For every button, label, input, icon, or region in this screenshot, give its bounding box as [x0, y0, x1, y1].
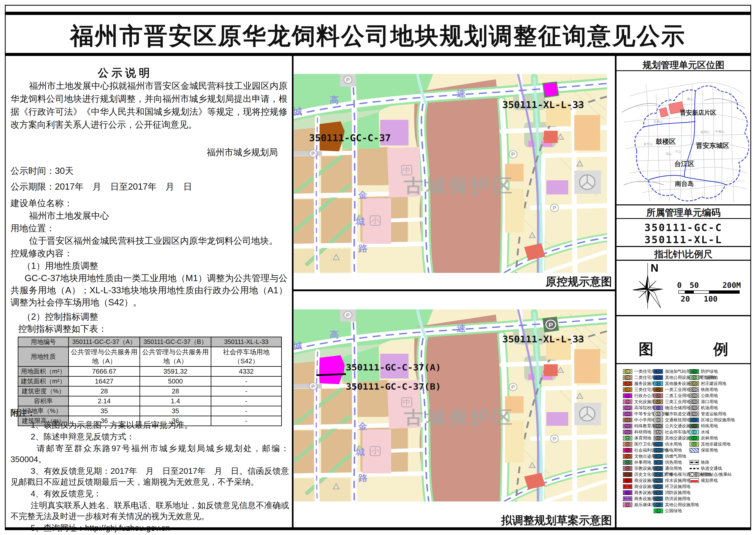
legend-code: U14	[655, 461, 662, 464]
note-line: 4、有效反馈意见：	[11, 488, 289, 499]
legend-code: H21	[690, 388, 698, 392]
district-label-taijiang: 台江区	[674, 160, 694, 167]
legend-swatch: U11	[654, 442, 663, 446]
hill-label: 金鸡山	[700, 130, 710, 133]
content-label: 控规修改内容：	[11, 247, 73, 259]
legend-label: 公路用地	[701, 393, 718, 399]
legend-label: 消防设施用地	[665, 490, 690, 495]
rc-rule-4	[616, 246, 750, 247]
plot-split-line	[316, 374, 346, 375]
title-top-rule	[5, 12, 751, 15]
notes-title: 附注：	[11, 408, 35, 418]
legend-title: 图 例	[616, 339, 750, 359]
legend-code: A7	[625, 454, 631, 458]
legend-swatch: B1/B2	[623, 484, 632, 489]
legend-row: G3广场用地	[689, 375, 752, 380]
legend-row: R31三类住宅用地	[623, 386, 654, 393]
map-original: P	[294, 74, 607, 273]
legend-code: U16	[655, 473, 662, 476]
note-line: 1、该图仅为示意图，方案以最后审批为准。	[11, 419, 289, 430]
table-intro: 控制指标调整如下表：	[18, 323, 107, 335]
legend-label: 三类工业用地	[665, 399, 690, 405]
table-cell: 1.4	[140, 396, 211, 406]
map-original-panel: P	[294, 74, 607, 273]
legend-swatch: A10	[623, 472, 632, 477]
legend-label: 科研用地	[634, 429, 651, 435]
legend-label: 管道运输用地	[701, 411, 726, 417]
legend-label: 保留用地	[701, 447, 718, 453]
legend-label: 供燃气用地	[665, 453, 686, 459]
rc-rule-5	[616, 260, 750, 261]
legend-label: 农林用地	[701, 435, 718, 441]
legend-swatch: A7	[623, 454, 632, 459]
legend-swatch: R21	[623, 375, 632, 380]
table-cell: 3591.32	[140, 367, 211, 377]
legend-row: H24机场用地	[689, 405, 752, 411]
legend-code: U15	[655, 466, 662, 470]
legend-column: B41加油加气站用地B49其他公用设施营业网点用地B9其他服务设施用地M1一类工…	[654, 368, 689, 514]
legend-swatch: B3	[623, 502, 632, 507]
legend-swatch	[689, 460, 699, 465]
legend-swatch: U12	[654, 448, 663, 453]
legend-row: A31高等院校用地	[623, 405, 654, 411]
legend-swatch	[689, 472, 699, 477]
district-label-gulou: 鼓楼区	[656, 138, 676, 145]
legend-row: B1商业设施用地	[623, 477, 654, 484]
legend-code: U31	[655, 491, 662, 494]
content-item1: （1）用地性质调整	[22, 260, 98, 272]
intro-title: 公示说明	[6, 66, 244, 80]
legend-code: E9	[691, 442, 697, 446]
legend-swatch: B1	[623, 478, 632, 483]
legend-row: U11供水用地	[654, 441, 689, 447]
legend-swatch: G3	[689, 375, 699, 380]
rc-rule-6	[616, 315, 750, 316]
legend-code: B1/B2	[624, 485, 631, 488]
legend-code: R31	[624, 388, 631, 392]
legend-row: H22公路用地	[689, 393, 752, 399]
legend-row: E1水域	[689, 429, 752, 435]
legend-code: U32	[655, 497, 662, 501]
legend-row: 轨道站点/换乘站	[689, 471, 752, 477]
legend-row: 保留用地	[689, 447, 752, 453]
legend-swatch: A8	[623, 460, 632, 465]
note-line: 2、陈述申辩意见反馈方式：	[11, 431, 289, 442]
left-column: 公示说明 福州市土地发展中心拟就福州市晋安区金城民营科技工业园区内原华龙饲料公司…	[6, 56, 292, 527]
rc-rule-7	[616, 363, 750, 364]
legend-swatch: H21	[689, 387, 699, 392]
legend-row: A6社会福利设施用地	[623, 447, 654, 453]
legend-row: H4特殊用地	[689, 423, 752, 429]
legend-row: U22环卫设施用地	[654, 484, 689, 490]
legend-code: U9	[656, 503, 661, 507]
plot-label-xl-adjusted: 350111-XL-L-33	[502, 334, 584, 344]
legend-swatch: U22	[654, 484, 663, 489]
legend-code: A31	[624, 406, 631, 410]
legend-code: U12	[655, 448, 662, 452]
road-char-lu: 路	[358, 243, 367, 253]
legend-label: 供水用地	[665, 441, 682, 447]
legend-code: B41	[655, 370, 662, 374]
legend-swatch: E2	[689, 436, 699, 440]
legend-code: B2	[625, 491, 631, 494]
unit-label: 建设单位名称：	[11, 197, 73, 209]
legend-row: U12供电用地	[654, 447, 689, 453]
legend-code: S42	[655, 430, 662, 434]
plot-gc-c-37a	[319, 355, 345, 375]
legend-row: U13供燃气用地	[654, 453, 689, 459]
hill-label: 五凤山	[654, 120, 663, 123]
legend-label: 轨道站点/换乘站	[701, 471, 732, 477]
legend-swatch: B2	[623, 491, 632, 495]
legend-row: H14村庄建设用地	[689, 380, 752, 386]
table-header-cell: 350111-GC-C-37（B）	[140, 337, 211, 347]
table-cell: -	[211, 406, 282, 416]
legend-swatch: R31	[623, 387, 632, 392]
district-label-dongcheng: 晋安东城区	[696, 142, 729, 149]
legend-code: B2/B1	[624, 497, 631, 500]
legend-row: B2商务设施用地	[623, 490, 654, 495]
legend-column: G2防护绿地G3广场用地H14村庄建设用地H21铁路用地H22公路用地H23港口…	[689, 368, 752, 484]
road-char-jin: 金	[358, 190, 367, 200]
legend-swatch: U31	[654, 491, 663, 495]
notes-list: 1、该图仅为示意图，方案以最后审批为准。2、陈述申辩意见反馈方式：请邮寄至群众东…	[11, 419, 289, 534]
legend-swatch: H22	[689, 393, 699, 398]
scale-100: 100	[704, 295, 718, 303]
scale-20: 20	[681, 295, 690, 303]
